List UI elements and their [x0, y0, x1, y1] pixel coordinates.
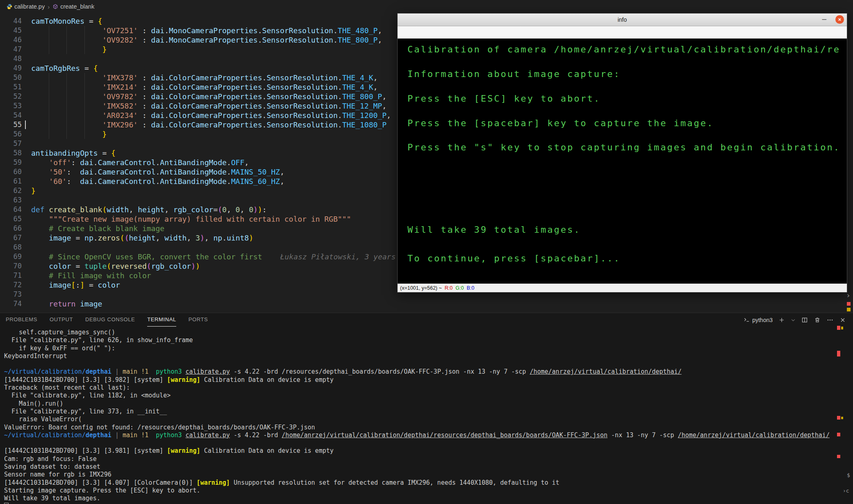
info-window-titlebar[interactable]: info – × — [398, 14, 847, 26]
line-number: 70 — [0, 261, 22, 271]
code-text: antibandingOpts = { — [31, 148, 116, 158]
code-text: '50': dai.CameraControl.AntiBandingMode.… — [31, 167, 284, 177]
terminal-cursor — [4, 503, 9, 504]
panel-actions: python3 — [744, 316, 846, 324]
chevron-right-icon: › — [47, 3, 50, 10]
chevron-c-indicator[interactable]: ›c — [843, 488, 849, 494]
terminal-line: if key & 0xFF == ord(" "): — [4, 345, 853, 352]
line-number: 49 — [0, 64, 22, 73]
code-line: 74 return image — [0, 299, 846, 309]
info-window-canvas: Calibration of camera /home/anrzej/virtu… — [398, 39, 847, 284]
terminal-line — [4, 503, 853, 504]
line-number: 51 — [0, 82, 22, 92]
code-text: 'off': dai.CameraControl.AntiBandingMode… — [31, 158, 249, 167]
terminal-line: Main().run() — [4, 400, 853, 408]
code-text: image[:] = color — [31, 280, 120, 290]
info-window-title: info — [618, 16, 627, 23]
line-number: 73 — [0, 290, 22, 299]
terminal-line: raise ValueError( — [4, 415, 853, 423]
code-text: color = tuple(reversed(rgb_color)) — [31, 261, 200, 271]
opencv-info-window[interactable]: info – × Calibration of camera /home/anr… — [397, 13, 847, 293]
terminal-shell-item[interactable]: python3 — [744, 317, 773, 323]
code-text: 'IMX378' : dai.ColorCameraProperties.Sen… — [31, 73, 378, 82]
vscode-window: calibrate.py › create_blank 44camToMonoR… — [0, 0, 853, 504]
close-panel-button[interactable] — [839, 316, 846, 324]
code-text: camToRgbRes = { — [31, 64, 98, 73]
code-text: # Create black blank image — [31, 224, 164, 233]
code-text: } — [31, 186, 36, 195]
split-terminal-button[interactable] — [801, 316, 808, 324]
pixel-red-value: R:0 — [445, 285, 453, 291]
line-number: 44 — [0, 16, 22, 26]
breadcrumb: calibrate.py › create_blank — [0, 0, 853, 13]
terminal-line: KeyboardInterrupt — [4, 352, 853, 360]
code-text: camToMonoRes = { — [31, 16, 102, 26]
terminal-line: [14442C1031B42BD700] [3.3] [3.982] [syst… — [4, 376, 853, 384]
line-number: 57 — [0, 139, 22, 148]
panel-tab-terminal[interactable]: TERMINAL — [147, 313, 176, 327]
new-terminal-button[interactable] — [778, 316, 785, 324]
terminal-line: Will take 39 total images. — [4, 495, 853, 502]
code-text: } — [31, 129, 107, 139]
terminal-line: ~/virtual/calibration/depthai | main !1 … — [4, 368, 853, 376]
line-number: 61 — [0, 177, 22, 186]
panel-tab-debug-console[interactable]: DEBUG CONSOLE — [85, 313, 135, 327]
info-window-toolbar — [398, 26, 847, 39]
info-text-line: Press the [spacebar] key to capture the … — [407, 118, 714, 128]
breadcrumb-symbol[interactable]: create_blank — [52, 3, 94, 10]
code-text: image = np.zeros((height, width, 3), np.… — [31, 233, 253, 243]
symbol-method-icon — [52, 4, 58, 9]
panel-tab-problems[interactable]: PROBLEMS — [6, 313, 37, 327]
breadcrumb-file-label: calibrate.py — [14, 3, 45, 10]
line-number: 55 — [0, 120, 22, 129]
info-text-line: Will take 39 total images. — [407, 225, 580, 235]
terminal-output[interactable]: self.capture_images_sync() File "calibra… — [0, 327, 853, 504]
code-text: 'IMX582' : dai.ColorCameraProperties.Sen… — [31, 101, 387, 111]
close-button[interactable]: × — [835, 15, 844, 24]
dollar-indicator[interactable]: $ — [847, 472, 850, 478]
line-number: 67 — [0, 233, 22, 243]
line-number: 59 — [0, 158, 22, 167]
panel-tabs: PROBLEMSOUTPUTDEBUG CONSOLETERMINALPORTS — [6, 313, 208, 327]
terminal-line: ValueError: Board config not found: /res… — [4, 424, 853, 431]
line-number: 52 — [0, 92, 22, 101]
line-number: 63 — [0, 195, 22, 205]
terminal-line: self.capture_images_sync() — [4, 329, 853, 336]
terminal-line: Saving dataset to: dataset — [4, 463, 853, 471]
minimize-button[interactable]: – — [820, 14, 828, 26]
overview-ruler-mark — [847, 302, 851, 306]
terminal-line: ~/virtual/calibration/depthai | main !1 … — [4, 431, 853, 439]
overview-ruler-mark — [837, 455, 840, 458]
line-number: 65 — [0, 214, 22, 224]
info-text-line: To continue, press [spacebar]... — [407, 253, 621, 263]
panel-tab-ports[interactable]: PORTS — [189, 313, 208, 327]
overview-ruler-mark — [841, 417, 843, 419]
line-number: 64 — [0, 205, 22, 214]
line-number: 74 — [0, 299, 22, 309]
python-file-icon — [7, 4, 12, 9]
more-actions-button[interactable] — [826, 316, 834, 324]
code-text: 'OV9282' : dai.MonoCameraProperties.Sens… — [31, 35, 382, 45]
pixel-green-value: G:0 — [455, 285, 464, 291]
info-text-line: Information about image capture: — [407, 69, 621, 79]
line-number: 72 — [0, 280, 22, 290]
code-text: def create_blank(width, height, rgb_colo… — [31, 205, 267, 214]
line-number: 71 — [0, 271, 22, 280]
panel-tab-output[interactable]: OUTPUT — [50, 313, 73, 327]
terminal-dropdown-button[interactable] — [791, 316, 796, 324]
terminal-line: Traceback (most recent call last): — [4, 384, 853, 392]
breadcrumb-file[interactable]: calibrate.py — [7, 3, 45, 10]
line-number: 58 — [0, 148, 22, 158]
line-number: 60 — [0, 167, 22, 177]
bottom-panel: PROBLEMSOUTPUTDEBUG CONSOLETERMINALPORTS… — [0, 313, 853, 504]
overview-ruler-mark — [837, 416, 840, 420]
overview-ruler-mark — [847, 308, 851, 311]
code-text: 'IMX296' : dai.ColorCameraProperties.Sen… — [31, 120, 387, 129]
line-number: 53 — [0, 101, 22, 111]
line-number: 48 — [0, 54, 22, 64]
panel-tab-bar: PROBLEMSOUTPUTDEBUG CONSOLETERMINALPORTS… — [0, 313, 853, 327]
line-number: 46 — [0, 35, 22, 45]
kill-terminal-button[interactable] — [814, 316, 821, 324]
code-text: """Create new image(numpy array) filled … — [31, 214, 351, 224]
terminal-line: [14442C1031B42BD700] [3.3] [3.981] [syst… — [4, 447, 853, 455]
